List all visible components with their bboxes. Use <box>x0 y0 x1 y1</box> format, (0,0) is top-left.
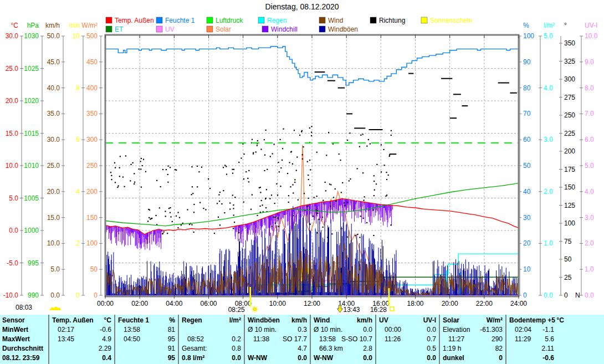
axis-header-c: °C <box>11 22 19 29</box>
temp-au-en-max-label: 13:45 <box>58 335 74 344</box>
legend-label-temp-au-en: Temp. Außen <box>115 17 154 24</box>
col-unit-wind: km/h <box>350 316 372 325</box>
table-divider <box>439 315 440 364</box>
tick-: 325 <box>564 58 575 65</box>
feuchte-1-swatch-icon <box>156 17 162 23</box>
tick-km-h: 15.0 <box>47 214 60 222</box>
tick-c: 15.0 <box>6 130 19 137</box>
x-tick-label: 04:00 <box>166 300 182 307</box>
tick-uv-i: 1.0 <box>585 265 594 273</box>
axis-header-l-m: l/m² <box>544 22 555 29</box>
col-unit-temp-au-en: °C <box>89 316 111 325</box>
x-tick-label: 06:00 <box>200 300 217 307</box>
sonnenschein-swatch-icon <box>421 17 427 23</box>
tick-: 225 <box>564 130 575 137</box>
axis-c <box>20 36 23 295</box>
tick-c: 25.0 <box>6 65 19 73</box>
legend-item-regen <box>258 17 264 23</box>
tick-l-m: 3.0 <box>544 136 553 143</box>
tick-w-m: 400 <box>86 84 98 92</box>
tick-km-h: 40.0 <box>47 84 60 92</box>
col-header-feuchte-1: Feuchte 1 <box>118 316 149 325</box>
row-label-durchschnitt: Durchschnitt <box>2 345 43 353</box>
tick-c: 5.0 <box>9 194 18 202</box>
col-header-temp-au-en: Temp. Außen <box>52 316 94 325</box>
moon-mound-icon <box>49 307 61 311</box>
tick-hpa: 1015 <box>24 130 39 137</box>
row-label-maxwert: MaxWert <box>2 335 30 344</box>
windb-en-max-value: SO 17.7 <box>268 335 307 344</box>
table-divider <box>505 315 506 364</box>
windb-en-cur-value: 0.0 <box>268 354 307 362</box>
legend-item-wind <box>319 17 325 23</box>
tick-min: 8 <box>76 84 80 92</box>
tick-: 0 <box>564 291 568 299</box>
axis-header-km-h: km/h <box>45 22 60 29</box>
et-swatch-icon <box>106 26 112 32</box>
tick-hpa: 1020 <box>24 97 39 105</box>
tick-: 300 <box>564 75 575 83</box>
tick-: 200 <box>564 147 575 155</box>
solar-swatch-icon <box>207 26 213 32</box>
solar-avg-label: 1:19 h <box>443 345 461 353</box>
regen-max-label: 08:52 <box>187 335 204 344</box>
axis-header-hpa: hPa <box>27 22 39 29</box>
tick-w-m: 500 <box>86 32 98 40</box>
tick-hpa: 1000 <box>24 227 39 234</box>
axis-header-: ° <box>564 22 567 29</box>
solar-avg-value: 82 <box>464 345 503 353</box>
tick-uv-i: 6.0 <box>585 136 594 143</box>
uv-avg-value: 0.5 <box>397 345 436 353</box>
legend-item-et <box>106 26 112 32</box>
axis-header-uv-i: UV-I <box>585 22 597 29</box>
tick-: 125 <box>564 202 575 209</box>
tick-: 100 <box>523 32 534 40</box>
temp-au-en-min-label: 02:17 <box>58 326 74 334</box>
table-divider <box>178 315 179 364</box>
tick-: 250 <box>564 111 575 119</box>
temp-au-en-swatch-icon <box>106 17 112 23</box>
x-tick-label: 10:00 <box>269 300 286 307</box>
tick-: 50 <box>564 255 572 263</box>
windb-en-min-value: 0.3 <box>268 326 307 334</box>
row-label-minwert: MinWert <box>2 326 28 334</box>
wind-min-value: 0.0 <box>334 326 372 334</box>
legend-item-feuchte-1 <box>156 17 162 23</box>
windb-en-avg-value: 4.7 <box>268 345 307 353</box>
tick-: 100 <box>564 219 575 227</box>
feuchte-1-min-value: 81 <box>136 326 175 334</box>
legend-item-windb-en <box>319 26 325 32</box>
wind-avg-value: 2.8 <box>334 345 372 353</box>
regen-cur-value: 0.0 <box>202 354 241 362</box>
col-header-regen: Regen <box>182 316 202 325</box>
tick-uv-i: 5.0 <box>585 162 594 170</box>
tick-c: -10.0 <box>3 291 19 299</box>
square-icon <box>390 307 394 311</box>
row-label-08-12-23-59: 08.12. 23:59 <box>2 354 39 362</box>
feuchte-1-max-value: 95 <box>136 335 175 344</box>
axis--zero-label: N <box>575 291 580 299</box>
richtung-swatch-icon <box>370 17 376 23</box>
tick-hpa: 995 <box>28 259 39 267</box>
wind-cur-label: W-NW <box>314 354 333 362</box>
tick-km-h: 0.0 <box>50 291 60 299</box>
tick-: 75 <box>564 238 572 245</box>
legend-item-luftdruck <box>207 17 213 23</box>
weather-app-window: Dienstag, 08.12.2020 Temp. AußenFeuchte … <box>0 0 604 364</box>
tick-uv-i: 4.0 <box>585 188 594 196</box>
tick-min: 2 <box>76 239 80 247</box>
legend-label-feuchte-1: Feuchte 1 <box>165 17 195 24</box>
windb-en-max-label: 11:38 <box>253 335 269 344</box>
regen-cur-label: 0.8 l/m² <box>182 354 204 362</box>
tick-km-h: 45.0 <box>47 58 60 66</box>
legend-label-luftdruck: Luftdruck <box>216 17 243 24</box>
col-unit-solar: W/m² <box>480 316 503 325</box>
tick-: 70 <box>523 110 531 117</box>
tick-w-m: 450 <box>86 58 98 66</box>
tick-: 20 <box>523 239 531 247</box>
tick-uv-i: 3.0 <box>585 214 594 222</box>
windb-en-cur-label: W-NW <box>248 354 267 362</box>
luftdruck-swatch-icon <box>207 17 213 23</box>
legend-label-wind: Wind <box>328 17 343 24</box>
tick-w-m: 250 <box>86 162 98 170</box>
